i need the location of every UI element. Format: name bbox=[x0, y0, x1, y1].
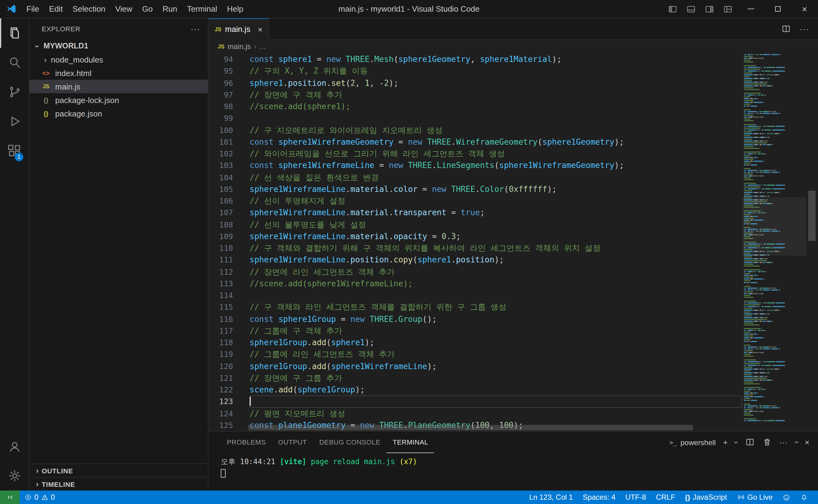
activitybar-settings[interactable] bbox=[0, 461, 29, 491]
code-line-97[interactable]: 97// 장면에 구 객체 추가 bbox=[208, 89, 742, 101]
terminal-profile-dropdown[interactable]: › bbox=[732, 441, 740, 444]
tab-main-js[interactable]: JS main.js × bbox=[208, 18, 269, 39]
new-terminal-button[interactable]: + bbox=[723, 438, 728, 446]
file-item-index.html[interactable]: <>index.html bbox=[29, 66, 208, 80]
menu-selection[interactable]: Selection bbox=[68, 2, 110, 16]
section-outline[interactable]: ›OUTLINE bbox=[29, 464, 208, 477]
minimize-window-button[interactable] bbox=[737, 0, 764, 18]
code-line-121[interactable]: 121// 장면에 구 그룹 추가 bbox=[208, 372, 742, 384]
code-line-114[interactable]: 114 bbox=[208, 289, 742, 301]
maximize-panel-button[interactable]: › bbox=[792, 441, 800, 444]
code-line-110[interactable]: 110// 구 객체와 결합하기 위해 구 객체의 위치를 복사하여 라인 세그… bbox=[208, 242, 742, 254]
code-line-105[interactable]: 105sphere1WireframeLine.material.color =… bbox=[208, 183, 742, 195]
code-line-99[interactable]: 99 bbox=[208, 113, 742, 124]
menu-help[interactable]: Help bbox=[222, 2, 248, 16]
code-line-116[interactable]: 116const sphere1Group = new THREE.Group(… bbox=[208, 313, 742, 325]
editor[interactable]: 94const sphere1 = new THREE.Mesh(sphere1… bbox=[208, 53, 818, 431]
vertical-scrollbar[interactable] bbox=[806, 53, 818, 431]
status-go-live[interactable]: Go Live bbox=[732, 491, 778, 504]
remote-indicator[interactable] bbox=[0, 491, 20, 504]
maximize-window-button[interactable] bbox=[764, 0, 791, 18]
file-item-main.js[interactable]: JSmain.js bbox=[29, 80, 208, 93]
code-line-104[interactable]: 104// 선 색상을 짙은 흰색으로 변경 bbox=[208, 171, 742, 183]
menu-edit[interactable]: Edit bbox=[44, 2, 68, 16]
code-line-106[interactable]: 106// 선이 투명해지게 설정 bbox=[208, 195, 742, 207]
breadcrumb-more[interactable]: ... bbox=[259, 42, 266, 51]
menu-run[interactable]: Run bbox=[158, 2, 182, 16]
code-line-108[interactable]: 108// 선의 불투명도를 낮게 설정 bbox=[208, 219, 742, 231]
code-line-100[interactable]: 100// 구 지오메트리로 와이어프레임 지오메트리 생성 bbox=[208, 124, 742, 136]
horizontal-scrollbar[interactable] bbox=[248, 425, 742, 430]
code-line-107[interactable]: 107sphere1WireframeLine.material.transpa… bbox=[208, 207, 742, 219]
status-cursor-position[interactable]: Ln 123, Col 1 bbox=[524, 491, 578, 504]
close-tab-icon[interactable]: × bbox=[258, 24, 262, 34]
activitybar-explorer[interactable] bbox=[0, 18, 29, 48]
toggle-secondary-sidebar-button[interactable] bbox=[700, 0, 719, 18]
status-language-mode[interactable]: {}JavaScript bbox=[680, 491, 732, 504]
toggle-panel-button[interactable] bbox=[682, 0, 700, 18]
close-window-button[interactable]: × bbox=[791, 0, 818, 18]
code-line-98[interactable]: 98//scene.add(sphere1); bbox=[208, 101, 742, 113]
code-line-101[interactable]: 101const sphere1WireframeGeometry = new … bbox=[208, 136, 742, 148]
split-terminal-button[interactable] bbox=[745, 437, 755, 448]
panel-tab-problems[interactable]: PROBLEMS bbox=[221, 432, 272, 453]
code-line-118[interactable]: 118sphere1Group.add(sphere1); bbox=[208, 337, 742, 349]
menu-terminal[interactable]: Terminal bbox=[182, 2, 222, 16]
menu-file[interactable]: File bbox=[21, 2, 44, 16]
minimap[interactable] bbox=[742, 53, 806, 431]
feedback-icon bbox=[782, 493, 790, 501]
shell-selector[interactable]: >_ powershell bbox=[669, 438, 716, 447]
code-line-117[interactable]: 117// 그룹에 구 객체 추가 bbox=[208, 325, 742, 337]
panel-tab-debug-console[interactable]: DEBUG CONSOLE bbox=[313, 432, 387, 453]
breadcrumb-file[interactable]: main.js bbox=[227, 42, 251, 51]
code-line-109[interactable]: 109sphere1WireframeLine.material.opacity… bbox=[208, 231, 742, 242]
code-line-124[interactable]: 124// 평면 지오메트리 생성 bbox=[208, 407, 742, 419]
menu-view[interactable]: View bbox=[110, 2, 137, 16]
code-line-119[interactable]: 119// 그룹에 라인 세그먼트즈 객체 추가 bbox=[208, 349, 742, 361]
customize-layout-button[interactable] bbox=[719, 0, 737, 18]
folder-root[interactable]: › MYWORLD1 bbox=[29, 39, 208, 53]
close-panel-button[interactable]: × bbox=[805, 438, 809, 446]
code-line-103[interactable]: 103const sphere1WireframeLine = new THRE… bbox=[208, 160, 742, 172]
file-item-package.json[interactable]: {}package.json bbox=[29, 107, 208, 120]
activitybar-search[interactable] bbox=[0, 48, 29, 77]
split-editor-button[interactable] bbox=[781, 24, 791, 34]
code-line-111[interactable]: 111sphere1WireframeLine.position.copy(sp… bbox=[208, 254, 742, 266]
code-line-102[interactable]: 102// 와이어프레임을 선으로 그리기 위해 라인 세그먼트즈 객체 생성 bbox=[208, 148, 742, 160]
panel-tab-terminal[interactable]: TERMINAL bbox=[387, 432, 434, 453]
explorer-more-actions-button[interactable]: ··· bbox=[191, 24, 201, 33]
code-area[interactable]: 94const sphere1 = new THREE.Mesh(sphere1… bbox=[208, 53, 742, 431]
layout_sidebar_left-icon bbox=[668, 4, 678, 14]
status-eol[interactable]: CRLF bbox=[651, 491, 680, 504]
problems-status[interactable]: 00 bbox=[20, 491, 60, 504]
kill-terminal-button[interactable] bbox=[762, 437, 772, 448]
panel-tab-output[interactable]: OUTPUT bbox=[272, 432, 313, 453]
activitybar-extensions[interactable]: 1 bbox=[0, 136, 29, 166]
file-item-node_modules[interactable]: ›node_modules bbox=[29, 53, 208, 66]
activitybar-accounts[interactable] bbox=[0, 432, 29, 461]
vertical-scrollbar-thumb[interactable] bbox=[808, 191, 816, 241]
code-line-120[interactable]: 120sphere1Group.add(sphere1WireframeLine… bbox=[208, 360, 742, 372]
code-line-122[interactable]: 122scene.add(sphere1Group); bbox=[208, 384, 742, 396]
code-line-113[interactable]: 113//scene.add(sphere1WireframeLine); bbox=[208, 278, 742, 290]
status-indentation[interactable]: Spaces: 4 bbox=[578, 491, 621, 504]
editor-more-actions-button[interactable]: ··· bbox=[800, 24, 809, 33]
section-timeline[interactable]: ›TIMELINE bbox=[29, 477, 208, 491]
code-line-96[interactable]: 96sphere1.position.set(2, 1, -2); bbox=[208, 77, 742, 89]
toggle-primary-sidebar-button[interactable] bbox=[663, 0, 682, 18]
status-encoding[interactable]: UTF-8 bbox=[620, 491, 651, 504]
code-line-94[interactable]: 94const sphere1 = new THREE.Mesh(sphere1… bbox=[208, 53, 742, 65]
code-line-95[interactable]: 95// 구의 X, Y, Z 위치를 이동 bbox=[208, 65, 742, 77]
status-notifications[interactable] bbox=[795, 491, 813, 504]
activitybar-source-control[interactable] bbox=[0, 77, 29, 107]
activitybar-run-and-debug[interactable] bbox=[0, 107, 29, 136]
code-line-115[interactable]: 115// 구 객체와 라인 세그먼트즈 객체를 결합하기 위한 구 그룹 생성 bbox=[208, 301, 742, 313]
code-line-112[interactable]: 112// 장면에 라인 세그먼트즈 객체 추가 bbox=[208, 266, 742, 278]
file-item-package-lock.json[interactable]: {}package-lock.json bbox=[29, 93, 208, 107]
horizontal-scrollbar-thumb[interactable] bbox=[248, 425, 693, 430]
panel-more-actions-button[interactable]: ··· bbox=[779, 438, 787, 446]
code-line-123[interactable]: 123 bbox=[208, 396, 742, 408]
status-feedback[interactable] bbox=[778, 491, 795, 504]
menu-go[interactable]: Go bbox=[137, 2, 158, 16]
terminal-output[interactable]: 오후 10:44:21 [vite] page reload main.js (… bbox=[208, 453, 818, 491]
